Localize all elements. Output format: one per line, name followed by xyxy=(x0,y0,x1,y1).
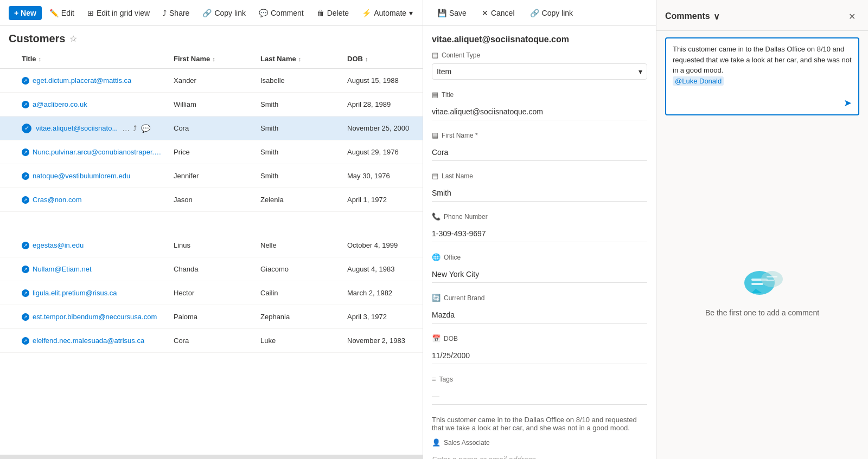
cell-title: ↗ est.tempor.bibendum@neccursusa.com xyxy=(17,307,169,326)
table-row-selected[interactable]: ✓ vitae.aliquet@sociisnato... … ⤴ 💬 Cora… xyxy=(0,117,423,140)
table-row[interactable]: ↗ Nullam@Etiam.net Chanda Giacomo August… xyxy=(0,257,423,281)
col-title[interactable]: Title ↕ xyxy=(17,49,169,68)
field-label: ▤ First Name * xyxy=(432,129,647,141)
field-content-type: ▤ Content Type Item ▾ xyxy=(432,49,647,80)
field-label: ▤ Last Name xyxy=(432,170,647,182)
title-value[interactable]: vitae.aliquet@sociisnatoque.com xyxy=(432,103,647,120)
grid-view-button[interactable]: ⊞ Edit in grid view xyxy=(82,6,155,20)
cell-dob: August 29, 1976 xyxy=(343,143,423,161)
cell-dob: April 1, 1972 xyxy=(343,190,423,209)
horizontal-scrollbar[interactable] xyxy=(0,455,423,459)
cancel-icon: ✕ xyxy=(482,9,488,17)
table-row[interactable]: ↗ Cras@non.com Jason Zelenia April 1, 19… xyxy=(0,188,423,212)
globe-icon: 🌐 xyxy=(432,253,441,261)
star-icon[interactable]: ☆ xyxy=(69,34,77,44)
cell-title: ↗ egestas@in.edu xyxy=(17,236,169,255)
cell-dob: August 15, 1988 xyxy=(343,71,423,90)
col-firstname[interactable]: First Name ↕ xyxy=(169,49,256,68)
field-phone: 📞 Phone Number 1-309-493-9697 xyxy=(432,210,647,242)
cell-title: ↗ eleifend.nec.malesuada@atrisus.ca xyxy=(17,331,169,350)
col-lastname[interactable]: Last Name ↕ xyxy=(256,49,343,68)
table-row[interactable]: ↗ est.tempor.bibendum@neccursusa.com Pal… xyxy=(0,305,423,329)
brand-value[interactable]: Mazda xyxy=(432,306,647,324)
refresh-icon: 🔄 xyxy=(432,294,441,302)
field-label: 👤 Sales Associate xyxy=(432,436,647,449)
dob-value[interactable]: 11/25/2000 xyxy=(432,347,647,364)
table-row[interactable]: ↗ a@aclibero.co.uk William Smith April 2… xyxy=(0,93,423,117)
cell-dob: November 2, 1983 xyxy=(343,331,423,350)
row-icon: ↗ xyxy=(22,242,29,249)
table-row[interactable]: ↗ Nunc.pulvinar.arcu@conubianostraper.ed… xyxy=(0,140,423,164)
row-icon: ↗ xyxy=(22,313,29,321)
row-ellipsis-icon[interactable]: … xyxy=(122,124,130,133)
copy-link-detail-button[interactable]: 🔗 Copy link xyxy=(525,6,579,20)
section-title: Customers xyxy=(9,33,65,45)
field-tags: ≡ Tags — xyxy=(432,373,647,405)
automate-button[interactable]: ⚡ Automate ▾ xyxy=(356,6,418,20)
calendar-icon: 📅 xyxy=(432,334,441,342)
comments-close-button[interactable]: ✕ xyxy=(844,9,859,24)
office-value[interactable]: New York City xyxy=(432,266,647,283)
cell-firstname: Price xyxy=(169,143,256,161)
row-comment-btn[interactable]: 💬 xyxy=(140,123,151,134)
col-dob[interactable]: DOB ↕ xyxy=(343,49,423,68)
cell-dob: August 4, 1983 xyxy=(343,260,423,279)
lastname-value[interactable]: Smith xyxy=(432,184,647,202)
cancel-button[interactable]: ✕ Cancel xyxy=(476,6,520,20)
new-button[interactable]: + New xyxy=(9,6,42,20)
detail-topbar: 💾 Save ✕ Cancel 🔗 Copy link xyxy=(423,0,656,26)
sales-associate-input[interactable]: Enter a name or email address xyxy=(432,451,647,459)
cell-title: ↗ ligula.elit.pretium@risus.ca xyxy=(17,283,169,302)
table-row[interactable]: ↗ eget.dictum.placerat@mattis.ca Xander … xyxy=(0,69,423,93)
cell-lastname: Smith xyxy=(256,166,343,185)
cell-title: ✓ vitae.aliquet@sociisnato... … ⤴ 💬 xyxy=(17,118,169,139)
link-icon: 🔗 xyxy=(202,9,212,17)
cell-firstname: William xyxy=(169,95,256,114)
comment-text: This customer came in to the Dallas Offi… xyxy=(666,38,858,92)
content-type-select[interactable]: Item ▾ xyxy=(432,63,647,80)
edit-icon: ✏️ xyxy=(49,9,59,17)
comment-button[interactable]: 💬 Comment xyxy=(253,6,309,20)
share-button[interactable]: ⤴ Share xyxy=(157,6,195,20)
selected-row-icon: ✓ xyxy=(22,124,31,133)
cell-lastname: Zelenia xyxy=(256,190,343,209)
send-button[interactable]: ➤ xyxy=(841,95,854,111)
cell-dob: April 28, 1989 xyxy=(343,95,423,114)
cell-lastname: Isabelle xyxy=(256,71,343,90)
svg-rect-6 xyxy=(767,280,774,281)
phone-value[interactable]: 1-309-493-9697 xyxy=(432,225,647,242)
comments-empty-state: Be the first one to add a comment xyxy=(656,122,868,459)
cell-dob: March 2, 1982 xyxy=(343,283,423,302)
chevron-down-icon: ▾ xyxy=(409,9,413,17)
cell-firstname: Cora xyxy=(169,331,256,350)
copy-link-button[interactable]: 🔗 Copy link xyxy=(197,6,251,20)
delete-button[interactable]: 🗑 Delete xyxy=(311,6,354,20)
cell-lastname: Nelle xyxy=(256,236,343,255)
table-row[interactable]: ↗ natoque@vestibulumlorem.edu Jennifer S… xyxy=(0,164,423,188)
svg-rect-5 xyxy=(767,276,777,277)
firstname-value[interactable]: Cora xyxy=(432,144,647,161)
field-icon: ▤ xyxy=(432,131,438,139)
edit-button[interactable]: ✏️ Edit xyxy=(44,6,80,20)
tags-icon: ≡ xyxy=(432,375,436,383)
comment-icon: 💬 xyxy=(259,9,268,17)
svg-point-4 xyxy=(761,271,783,287)
cell-firstname: Xander xyxy=(169,71,256,90)
tags-value[interactable]: — xyxy=(432,387,647,405)
table-row[interactable]: ↗ ligula.elit.pretium@risus.ca Hector Ca… xyxy=(0,281,423,305)
row-share-btn[interactable]: ⤴ xyxy=(132,123,138,134)
person-icon: 👤 xyxy=(432,438,441,447)
mention-tag[interactable]: @Luke Donald xyxy=(673,76,724,86)
comments-panel: Comments ∨ ✕ This customer came in to th… xyxy=(656,0,868,459)
cell-title: ↗ a@aclibero.co.uk xyxy=(17,95,169,114)
field-brand: 🔄 Current Brand Mazda xyxy=(432,292,647,324)
table-container[interactable]: Title ↕ First Name ↕ Last Name ↕ DOB ↕ ↗… xyxy=(0,49,423,455)
table-row[interactable]: ↗ egestas@in.edu Linus Nelle October 4, … xyxy=(0,234,423,257)
save-button[interactable]: 💾 Save xyxy=(432,6,472,20)
detail-content[interactable]: ▤ Content Type Item ▾ ▤ Title vitae.aliq… xyxy=(423,49,656,459)
detail-panel: 💾 Save ✕ Cancel 🔗 Copy link vitae.alique… xyxy=(423,0,656,459)
comments-title[interactable]: Comments ∨ xyxy=(665,11,720,22)
cell-title: ↗ Nunc.pulvinar.arcu@conubianostraper.ed… xyxy=(17,143,169,161)
table-row[interactable]: ↗ eleifend.nec.malesuada@atrisus.ca Cora… xyxy=(0,329,423,353)
comment-input-area[interactable]: This customer came in to the Dallas Offi… xyxy=(665,37,859,115)
